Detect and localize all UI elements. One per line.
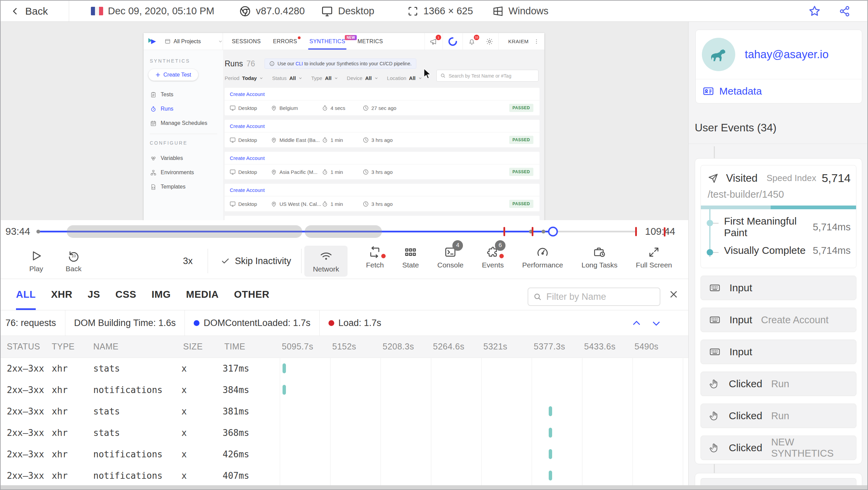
filter-period[interactable]: PeriodToday	[225, 75, 263, 81]
visited-event-card[interactable]: Visited Speed Index 5,714 /test-builder/…	[701, 165, 856, 268]
net-tab-xhr[interactable]: XHR	[51, 279, 73, 310]
skip-inactivity-toggle[interactable]: Skip Inactivity	[221, 256, 291, 266]
time-tick-label: 5095.7s	[282, 342, 313, 352]
cli-note-text: Use our CLI to include your Synthetics i…	[277, 61, 412, 66]
horizontal-scrollbar[interactable]	[1, 485, 867, 489]
net-tab-img[interactable]: IMG	[151, 279, 171, 310]
test-name-link[interactable]: Create Account	[225, 88, 540, 100]
filter-label: Type	[311, 75, 322, 81]
net-tab-css[interactable]: CSS	[115, 279, 136, 310]
sidebar-item-runs[interactable]: Runs	[144, 102, 223, 116]
favorite-star-icon[interactable]	[808, 5, 821, 18]
user-menu[interactable]: KRAIEM	[498, 33, 544, 50]
full-screen-panel-button[interactable]: Full Screen	[636, 246, 672, 269]
settings-button[interactable]	[481, 33, 498, 50]
filter-device[interactable]: DeviceAll	[347, 75, 378, 81]
playback-speed-button[interactable]: 3x	[183, 256, 193, 266]
filter-status[interactable]: StatusAll	[272, 75, 302, 81]
test-search-input[interactable]	[449, 73, 535, 79]
input-event-item[interactable]: Input	[701, 276, 856, 300]
row-navigation	[631, 310, 662, 336]
app-tab-metrics[interactable]: METRICS	[357, 33, 383, 50]
browser-info: v87.0.4280	[239, 5, 305, 17]
clicked-event-item[interactable]: ClickedRun	[701, 372, 856, 396]
sidebar-item-templates[interactable]: Templates	[144, 180, 223, 194]
alert-dot-icon	[499, 254, 504, 258]
net-tab-other[interactable]: OTHER	[234, 279, 269, 310]
metadata-button[interactable]: Metadata	[696, 79, 862, 103]
run-time-ago: 3 hrs ago	[363, 137, 393, 143]
requests-count: 76: requests	[1, 318, 65, 328]
event-value: NEW SYNTHETICS	[771, 437, 856, 459]
net-tab-all[interactable]: ALL	[16, 279, 36, 310]
events-panel-button[interactable]: 6Events	[482, 246, 504, 269]
filter-type[interactable]: TypeAll	[311, 75, 338, 81]
clicked-event-item[interactable]: ClickedNEW SYNTHETICS	[701, 436, 856, 460]
test-name-link[interactable]: Create Account	[225, 216, 540, 220]
input-event-item[interactable]: Input	[701, 340, 856, 364]
event-mark	[532, 227, 533, 236]
panel-label: Long Tasks	[581, 261, 617, 269]
play-button[interactable]: Play	[29, 249, 43, 273]
announcements-button[interactable]: 1	[424, 33, 443, 50]
app-tab-sessions[interactable]: SESSIONS	[232, 33, 261, 50]
app-tab-errors[interactable]: ERRORS	[273, 33, 297, 50]
sidebar-item-manage-schedules[interactable]: Manage Schedules	[144, 116, 223, 130]
date-label: Dec 09, 2020, 05:10 PM	[108, 5, 214, 17]
network-filter-input[interactable]	[546, 292, 655, 302]
state-panel-button[interactable]: State	[402, 246, 419, 269]
network-filter-box[interactable]	[528, 288, 660, 306]
sidebar-item-tests[interactable]: Tests	[144, 87, 223, 102]
input-event-item[interactable]: InputCreate Account	[701, 308, 856, 332]
playhead[interactable]	[548, 227, 558, 236]
share-icon[interactable]	[839, 5, 851, 17]
spinner-icon	[448, 36, 458, 47]
timeline-track[interactable]	[38, 231, 637, 232]
sidebar-item-environments[interactable]: Environments	[144, 165, 223, 180]
network-request-row[interactable]: 2xx–3xxxhrstatsx368ms	[1, 422, 688, 444]
test-name-link[interactable]: Create Account	[225, 152, 540, 164]
back-button[interactable]: Back	[1, 5, 69, 17]
test-name-link[interactable]: Create Account	[225, 184, 540, 196]
run-device: Desktop	[229, 137, 271, 143]
fetch-panel-button[interactable]: Fetch	[366, 246, 384, 269]
filter-location[interactable]: LocationAll	[387, 75, 422, 81]
create-test-button[interactable]: Create Test	[148, 69, 198, 81]
run-device-label: Desktop	[238, 169, 257, 175]
load-dot-icon	[328, 320, 334, 326]
clicked-event-item[interactable]: ClickedRun	[701, 404, 856, 428]
test-search-box[interactable]	[436, 70, 539, 82]
sidebar-item-variables[interactable]: Variables	[144, 151, 223, 165]
animal-avatar-icon	[708, 44, 729, 65]
chevron-down-icon[interactable]	[651, 318, 662, 329]
network-panel-button[interactable]: Network	[304, 246, 348, 277]
console-panel-button[interactable]: 4Console	[437, 246, 464, 269]
calendar-icon	[150, 120, 157, 127]
chevron-up-icon[interactable]	[631, 318, 642, 329]
user-email-link[interactable]: tahay@asayer.io	[745, 48, 829, 61]
back-10-button[interactable]: 10 Back	[66, 249, 82, 273]
net-tab-js[interactable]: JS	[88, 279, 100, 310]
long-tasks-panel-button[interactable]: Long Tasks	[581, 246, 617, 269]
network-request-row[interactable]: 2xx–3xxxhrstatsx381ms	[1, 401, 688, 422]
close-panel-icon[interactable]	[669, 289, 679, 299]
network-request-row[interactable]: 2xx–3xxxhrnotificationsx407ms	[1, 465, 688, 487]
test-name-link[interactable]: Create Account	[225, 120, 540, 132]
visited-progress-bar	[701, 206, 856, 209]
status-cell: 2xx–3xx	[7, 363, 44, 374]
notifications-button[interactable]: 33	[463, 33, 481, 50]
network-request-row[interactable]: 2xx–3xxxhrnotificationsx384ms	[1, 379, 688, 401]
performance-panel-button[interactable]: Performance	[522, 246, 563, 269]
project-selector[interactable]: All Projects	[165, 38, 223, 45]
error-dot-icon	[298, 36, 301, 39]
cli-link[interactable]: CLI	[295, 61, 303, 66]
sidebar-items: TestsRunsManage Schedules	[144, 87, 223, 130]
timeline-start-time: 93:44	[5, 226, 30, 237]
type-cell: xhr	[52, 428, 68, 438]
app-tab-synthetics[interactable]: SYNTHETICSNEW	[309, 33, 345, 50]
network-request-row[interactable]: 2xx–3xxxhrnotificationsx426ms	[1, 444, 688, 465]
gear-icon	[485, 37, 494, 46]
network-request-row[interactable]: 2xx–3xxxhrstatsx317ms	[1, 358, 688, 379]
user-events-list: InputInputCreate AccountInputClickedRunC…	[701, 276, 856, 460]
net-tab-media[interactable]: MEDIA	[186, 279, 219, 310]
